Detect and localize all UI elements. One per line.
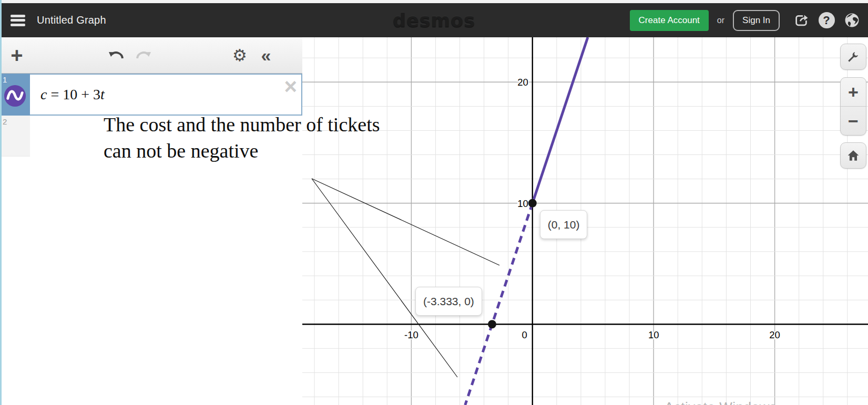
expression-index: 2 — [3, 117, 7, 126]
sine-curve-icon[interactable] — [3, 84, 27, 108]
home-icon — [846, 149, 860, 162]
zoom-controls: + − — [840, 77, 866, 136]
window-top-strip — [0, 0, 868, 3]
point-label[interactable]: (0, 10) — [540, 210, 588, 239]
close-icon[interactable]: × — [284, 76, 297, 98]
redo-button[interactable] — [131, 37, 156, 73]
graph-settings-wrench-button[interactable] — [840, 44, 866, 70]
expression-gutter-2: 2 — [0, 116, 30, 157]
sign-in-button[interactable]: Sign In — [733, 10, 780, 31]
collapse-panel-icon[interactable]: « — [256, 37, 277, 73]
share-icon[interactable] — [792, 12, 810, 29]
add-expression-button[interactable]: + — [6, 37, 27, 73]
create-account-button[interactable]: Create Account — [630, 10, 709, 31]
graph-controls: + − — [840, 44, 866, 169]
expression-row-1[interactable]: 1 c = 10 + 3t × — [0, 74, 302, 116]
undo-button[interactable] — [104, 37, 128, 73]
header-actions: Create Account or Sign In ? — [630, 10, 868, 31]
expressions-panel: + ⚙ « 1 c = 10 + 3t × — [0, 37, 302, 405]
expression-row-2[interactable]: 2 — [0, 116, 302, 157]
window-left-edge — [0, 0, 2, 405]
or-label: or — [717, 16, 724, 25]
svg-text:0: 0 — [522, 329, 527, 340]
point-label[interactable]: (-3.333, 0) — [415, 287, 482, 316]
help-icon[interactable]: ? — [818, 12, 835, 29]
header-bar: Untitled Graph desmos Create Account or … — [0, 3, 868, 37]
expression-equation[interactable]: c = 10 + 3t — [40, 86, 105, 103]
svg-text:20: 20 — [517, 77, 528, 88]
wrench-icon — [846, 50, 860, 64]
expression-gutter-1[interactable]: 1 — [0, 74, 30, 116]
default-viewport-home-button[interactable] — [840, 142, 866, 169]
svg-text:-10: -10 — [404, 329, 418, 340]
expression-input[interactable]: c = 10 + 3t × — [30, 74, 302, 116]
graph-title[interactable]: Untitled Graph — [37, 14, 106, 26]
svg-text:10: 10 — [517, 198, 528, 209]
expressions-toolbar: + ⚙ « — [0, 37, 302, 74]
graph-settings-gear-icon[interactable]: ⚙ — [229, 37, 250, 73]
expression-index: 1 — [3, 75, 7, 84]
hamburger-menu-icon[interactable] — [11, 15, 25, 26]
svg-text:10: 10 — [648, 329, 659, 340]
activate-windows-watermark: Activate Windows — [665, 399, 777, 405]
svg-text:20: 20 — [769, 329, 780, 340]
graph-paper[interactable]: -10010201020 Activate Windows (0, 10)(-3… — [302, 37, 868, 405]
zoom-in-button[interactable]: + — [841, 78, 866, 107]
zoom-out-button[interactable]: − — [841, 107, 866, 135]
language-globe-icon[interactable] — [843, 12, 861, 29]
